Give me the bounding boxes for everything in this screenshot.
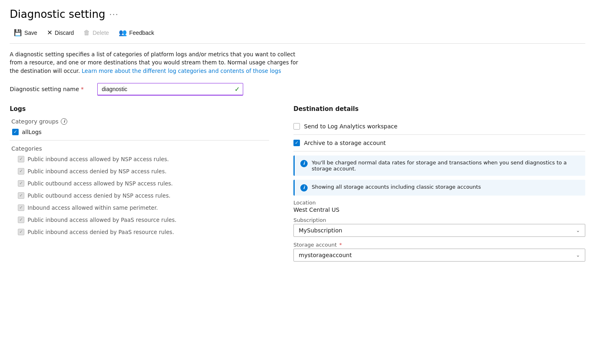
category-checkbox-4[interactable] [18,204,24,211]
storage-account-label: Storage account * [293,242,585,248]
storage-account-value: mystorageaccount [299,252,352,258]
setting-name-label: Diagnostic setting name * [10,86,91,92]
category-label-5: Public inbound access allowed by PaaS re… [28,217,176,223]
setting-name-input[interactable] [97,83,243,96]
destination-section-title: Destination details [293,105,585,113]
category-item-1: Public inbound access denied by NSP acce… [18,168,269,175]
category-item-5: Public inbound access allowed by PaaS re… [18,217,269,223]
save-button[interactable]: 💾 Save [10,27,41,38]
category-item-3: Public outbound access denied by NSP acc… [18,192,269,199]
save-icon: 💾 [14,29,22,36]
description-block: A diagnostic setting specifies a list of… [10,50,302,75]
storage-dropdown-arrow: ⌄ [576,252,580,258]
info-text-2: Showing all storage accounts including c… [312,184,481,190]
page-title-ellipsis: ··· [109,10,119,19]
delete-icon: 🗑 [83,29,90,36]
feedback-button[interactable]: 👥 Feedback [115,27,158,38]
category-label-6: Public inbound access denied by PaaS res… [28,229,174,235]
category-groups-label: Category groups [11,118,58,125]
category-label-1: Public inbound access denied by NSP acce… [28,168,167,175]
logs-divider [10,140,269,140]
category-groups-info-icon[interactable]: i [61,118,67,125]
save-label: Save [24,30,37,36]
log-analytics-row: Send to Log Analytics workspace [293,118,585,135]
log-analytics-checkbox[interactable] [293,123,300,130]
page-title: Diagnostic setting [10,8,105,20]
storage-account-row: Archive to a storage account [293,135,585,151]
categories-label: Categories [11,145,269,152]
category-checkbox-1[interactable] [18,168,24,175]
info-icon-1: i [300,160,308,167]
category-item-0: Public inbound access allowed by NSP acc… [18,156,269,162]
location-value: West Central US [293,206,585,213]
required-asterisk: * [81,86,84,92]
logs-panel: Logs Category groups i allLogs Categorie… [10,105,269,266]
info-text-1: You'll be charged normal data rates for … [312,160,580,172]
category-checkbox-6[interactable] [18,229,24,235]
page-title-container: Diagnostic setting ··· [10,8,585,20]
category-checkbox-0[interactable] [18,156,24,162]
delete-label: Delete [92,30,109,36]
info-icon-2: i [300,184,308,192]
learn-more-link[interactable]: Learn more about the different log categ… [82,68,281,74]
subscription-dropdown-arrow: ⌄ [576,228,580,233]
alllogs-checkbox-row: allLogs [12,129,269,135]
log-analytics-label: Send to Log Analytics workspace [304,123,398,130]
category-checkbox-2[interactable] [18,180,24,187]
storage-required-asterisk: * [339,242,342,248]
info-box-2: i Showing all storage accounts including… [293,180,585,196]
setting-name-input-wrap: ✓ [97,83,243,96]
alllogs-checkbox[interactable] [12,129,19,135]
setting-name-row: Diagnostic setting name * ✓ [10,83,585,96]
storage-account-row-label: Archive to a storage account [304,140,386,146]
category-label-0: Public inbound access allowed by NSP acc… [28,156,169,162]
feedback-label: Feedback [129,30,154,36]
category-groups-header: Category groups i [11,118,269,125]
input-valid-icon: ✓ [235,85,240,93]
alllogs-label: allLogs [22,129,42,135]
storage-account-dropdown[interactable]: mystorageaccount ⌄ [293,249,585,262]
storage-account-checkbox[interactable] [293,140,300,146]
destination-panel: Destination details Send to Log Analytic… [293,105,585,266]
category-label-3: Public outbound access denied by NSP acc… [28,192,171,199]
category-item-2: Public outbound access allowed by NSP ac… [18,180,269,187]
discard-icon: ✕ [47,29,52,36]
toolbar: 💾 Save ✕ Discard 🗑 Delete 👥 Feedback [10,27,585,44]
feedback-icon: 👥 [119,29,127,36]
category-label-2: Public outbound access allowed by NSP ac… [28,180,173,187]
main-layout: Logs Category groups i allLogs Categorie… [10,105,585,266]
category-checkbox-5[interactable] [18,217,24,223]
category-checkbox-3[interactable] [18,192,24,199]
subscription-value: MySubscription [299,227,342,234]
category-label-4: Inbound access allowed within same perim… [28,204,158,211]
category-item-6: Public inbound access denied by PaaS res… [18,229,269,235]
location-label: Location [293,200,585,206]
category-item-4: Inbound access allowed within same perim… [18,204,269,211]
discard-label: Discard [55,30,74,36]
info-box-1: i You'll be charged normal data rates fo… [293,155,585,176]
logs-section-title: Logs [10,105,269,113]
subscription-label: Subscription [293,217,585,223]
discard-button[interactable]: ✕ Discard [43,27,78,38]
subscription-dropdown[interactable]: MySubscription ⌄ [293,224,585,237]
delete-button[interactable]: 🗑 Delete [79,27,113,38]
